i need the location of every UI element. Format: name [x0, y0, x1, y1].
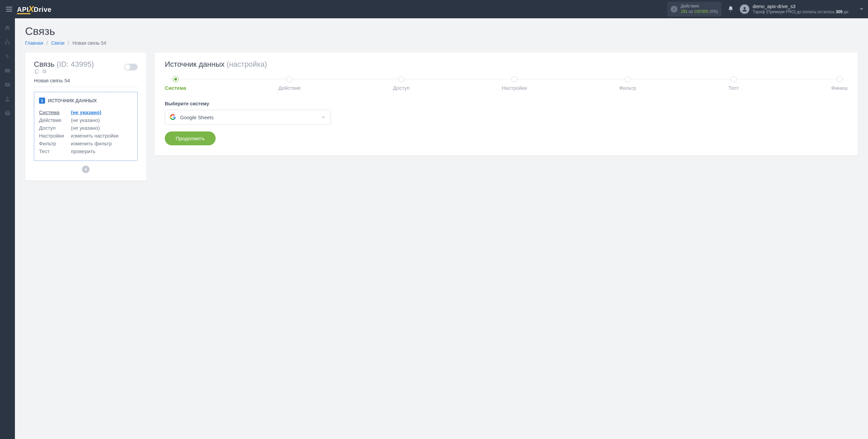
user-menu[interactable]: demo_apix-drive_s3 Тариф |Премиум PRO| д…	[740, 3, 864, 15]
step-система[interactable]: Система	[165, 76, 186, 91]
copy-icon[interactable]	[34, 69, 39, 74]
svg-rect-1	[7, 40, 8, 41]
connection-card: Связь (ID: 43995) Новая связь 54 1 ИСТОЧ…	[25, 53, 146, 181]
step-тест[interactable]: Тест	[728, 76, 739, 91]
select-value: Google Sheets	[180, 114, 317, 120]
data-source-box: 1 ИСТОЧНИК ДАННЫХ Система(не указано)Дей…	[34, 92, 138, 161]
source-row[interactable]: Система(не указано)	[39, 108, 133, 116]
select-label: Выберите систему	[165, 101, 848, 106]
source-row[interactable]: Настройкиизменить настройки	[39, 132, 133, 140]
chevron-down-icon	[859, 6, 864, 12]
svg-rect-7	[36, 69, 38, 73]
breadcrumb-home[interactable]: Главная	[25, 40, 43, 46]
source-row[interactable]: Действие(не указано)	[39, 116, 133, 124]
nav-video-icon[interactable]	[0, 78, 15, 91]
svg-point-0	[744, 7, 746, 9]
breadcrumbs: Главная / Связи / Новая связь 54	[25, 40, 858, 46]
svg-rect-3	[8, 43, 10, 44]
nav-connections-icon[interactable]	[0, 35, 15, 49]
system-select[interactable]: Google Sheets	[165, 110, 331, 125]
breadcrumb-connections[interactable]: Связи	[51, 40, 64, 46]
username: demo_apix-drive_s3	[753, 3, 848, 9]
step-финиш[interactable]: Финиш	[831, 76, 848, 91]
nav-home-icon[interactable]	[0, 21, 15, 35]
info-icon: i	[671, 6, 677, 13]
config-card: Источник данных (настройка) СистемаДейст…	[155, 53, 858, 155]
actions-counter[interactable]: i Действия: 291 из 100'000 (0%)	[667, 2, 722, 16]
main-content: Связь Главная / Связи / Новая связь 54 С…	[15, 18, 868, 187]
nav-briefcase-icon[interactable]	[0, 64, 15, 77]
connection-name[interactable]: Новая связь 54	[34, 78, 138, 87]
svg-rect-2	[5, 43, 7, 44]
gear-icon[interactable]	[41, 69, 47, 74]
avatar-icon	[740, 4, 749, 14]
data-source-title: 1 ИСТОЧНИК ДАННЫХ	[39, 98, 133, 104]
breadcrumb-current: Новая связь 54	[73, 40, 106, 46]
step-действие[interactable]: Действие	[278, 76, 301, 91]
source-row[interactable]: Фильтризменить фильтр	[39, 140, 133, 147]
connection-toggle[interactable]	[124, 64, 138, 70]
nav-profile-icon[interactable]	[0, 92, 15, 106]
nav-billing-icon[interactable]	[0, 49, 15, 63]
nav-help-icon[interactable]	[0, 106, 15, 120]
logo[interactable]: APIXDrive	[17, 4, 52, 14]
svg-point-5	[6, 97, 8, 99]
chevron-down-icon	[321, 115, 326, 120]
connection-title: Связь (ID: 43995)	[34, 60, 94, 74]
plan-info: Тариф |Премиум PRO| до оплаты осталось 3…	[753, 9, 848, 15]
continue-button[interactable]: Продолжить	[165, 131, 216, 145]
menu-toggle[interactable]	[4, 5, 14, 14]
step-настройки[interactable]: Настройки	[502, 76, 527, 91]
stepper: СистемаДействиеДоступНастройкиФильтрТест…	[165, 76, 848, 91]
config-title: Источник данных (настройка)	[165, 60, 848, 69]
actions-label: Действия:	[681, 4, 718, 9]
source-row[interactable]: Тестпроверить	[39, 147, 133, 155]
step-доступ[interactable]: Доступ	[393, 76, 410, 91]
sidebar	[0, 18, 15, 187]
add-step-button[interactable]: +	[82, 166, 90, 173]
page-title: Связь	[25, 25, 858, 38]
notifications-icon[interactable]	[728, 6, 734, 13]
step-фильтр[interactable]: Фильтр	[619, 76, 636, 91]
source-row[interactable]: Доступ(не указано)	[39, 124, 133, 132]
google-icon	[170, 114, 176, 120]
step-badge: 1	[39, 98, 45, 104]
header: APIXDrive i Действия: 291 из 100'000 (0%…	[0, 0, 868, 18]
